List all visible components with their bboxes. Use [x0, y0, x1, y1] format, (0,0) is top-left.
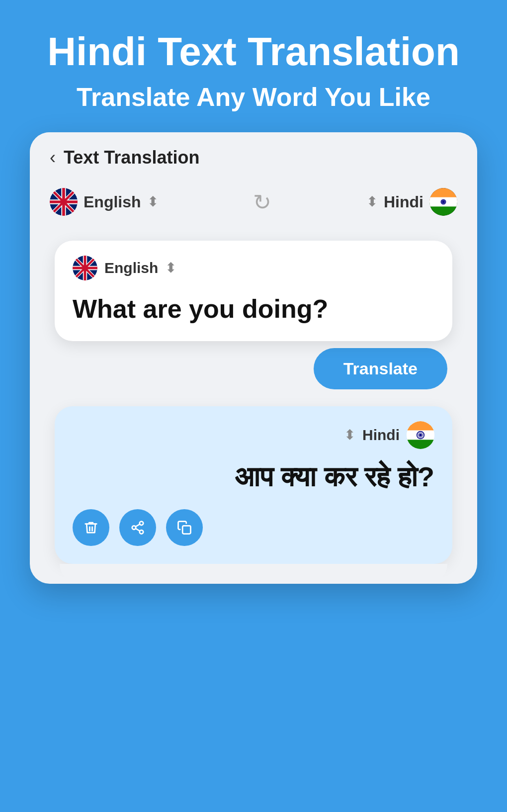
- back-button[interactable]: ‹: [50, 147, 56, 168]
- action-buttons: [73, 509, 434, 546]
- output-lang-arrows: ⬍: [344, 428, 355, 442]
- app-subtitle: Translate Any Word You Like: [20, 82, 487, 112]
- india-flag-icon: [429, 188, 457, 216]
- target-language-selector[interactable]: ⬍ Hindi: [366, 188, 457, 216]
- svg-rect-27: [407, 440, 434, 449]
- input-uk-flag-icon: [73, 256, 97, 280]
- source-language-selector[interactable]: English ⬍: [50, 188, 159, 216]
- copy-button[interactable]: [166, 509, 203, 546]
- translate-button[interactable]: Translate: [314, 348, 447, 389]
- input-text[interactable]: What are you doing?: [73, 292, 434, 326]
- target-lang-arrows: ⬍: [366, 195, 378, 209]
- input-bubble: English ⬍ What are you doing?: [55, 241, 452, 341]
- svg-rect-25: [407, 421, 434, 431]
- screen-title: Text Translation: [64, 147, 199, 168]
- source-lang-name: English: [84, 193, 141, 211]
- output-lang-row: ⬍ Hindi: [73, 421, 434, 449]
- top-bar: ‹ Text Translation: [30, 132, 477, 178]
- input-lang-arrows: ⬍: [165, 261, 176, 275]
- app-card: ‹ Text Translation English: [30, 132, 477, 583]
- input-lang-row: English ⬍: [73, 256, 434, 280]
- output-lang-label: Hindi: [362, 427, 400, 444]
- delete-button[interactable]: [73, 509, 109, 546]
- output-bubble: ⬍ Hindi: [55, 406, 452, 564]
- svg-rect-44: [182, 526, 190, 534]
- translate-button-row: Translate: [30, 336, 477, 401]
- output-text: आप क्या कर रहे हो?: [73, 459, 434, 495]
- output-india-flag-icon: [407, 421, 434, 449]
- share-button[interactable]: [119, 509, 156, 546]
- svg-line-43: [136, 524, 140, 527]
- language-selector-bar: English ⬍ ↻ ⬍ Hindi: [30, 178, 477, 231]
- input-lang-label: English: [104, 260, 158, 276]
- swap-languages-button[interactable]: ↻: [253, 189, 271, 215]
- uk-flag-icon: [50, 188, 78, 216]
- app-title: Hindi Text Translation: [20, 30, 487, 74]
- target-lang-name: Hindi: [384, 193, 423, 211]
- svg-line-42: [136, 529, 140, 531]
- svg-point-14: [442, 201, 444, 203]
- source-lang-arrows: ⬍: [147, 195, 159, 209]
- bottom-strip: [60, 564, 447, 584]
- header-section: Hindi Text Translation Translate Any Wor…: [0, 0, 507, 132]
